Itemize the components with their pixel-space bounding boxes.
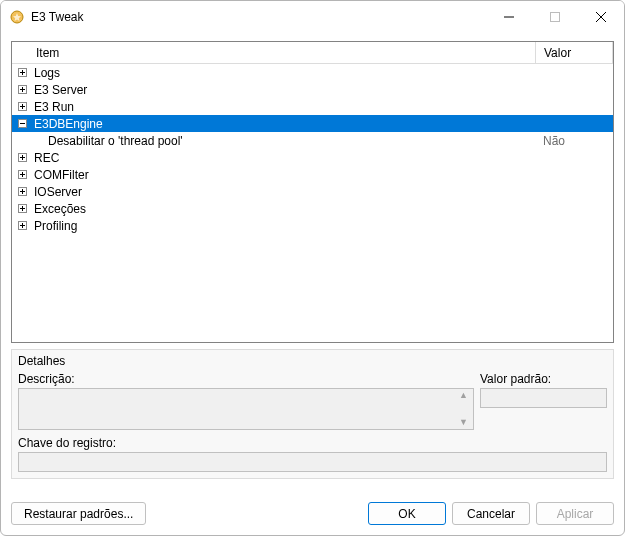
tree-body[interactable]: LogsE3 ServerE3 RunE3DBEngineDesabilitar… bbox=[12, 64, 613, 234]
descricao-field: ▲ ▼ bbox=[18, 388, 474, 430]
expand-icon[interactable] bbox=[18, 85, 32, 94]
tree-value-cell bbox=[535, 200, 613, 217]
valor-padrao-field bbox=[480, 388, 607, 408]
svg-rect-2 bbox=[551, 13, 560, 22]
tree-value-cell bbox=[535, 217, 613, 234]
tree-item-label: Exceções bbox=[34, 202, 86, 216]
content-area: Item Valor LogsE3 ServerE3 RunE3DBEngine… bbox=[1, 33, 624, 479]
aplicar-button[interactable]: Aplicar bbox=[536, 502, 614, 525]
tree-item-cell[interactable]: Logs bbox=[12, 64, 535, 81]
tree-row[interactable]: Exceções bbox=[12, 200, 613, 217]
tree-item-label: COMFilter bbox=[34, 168, 89, 182]
expand-icon[interactable] bbox=[18, 68, 32, 77]
minimize-button[interactable] bbox=[486, 1, 532, 33]
column-header-item[interactable]: Item bbox=[12, 42, 536, 63]
tree-item-cell[interactable]: COMFilter bbox=[12, 166, 535, 183]
tree-row[interactable]: REC bbox=[12, 149, 613, 166]
collapse-icon[interactable] bbox=[18, 119, 32, 128]
tree-item-label: E3DBEngine bbox=[34, 117, 103, 131]
details-section: Detalhes Descrição: ▲ ▼ Valor padrão: Ch… bbox=[11, 349, 614, 479]
tree-item-cell[interactable]: IOServer bbox=[12, 183, 535, 200]
tree-value-cell bbox=[535, 166, 613, 183]
tree-value-cell bbox=[535, 149, 613, 166]
tree-item-label: E3 Server bbox=[34, 83, 87, 97]
scroll-down-icon[interactable]: ▼ bbox=[456, 418, 471, 427]
expand-icon[interactable] bbox=[18, 204, 32, 213]
tree-row[interactable]: COMFilter bbox=[12, 166, 613, 183]
expand-icon[interactable] bbox=[18, 170, 32, 179]
details-title: Detalhes bbox=[18, 354, 607, 368]
tree-item-cell[interactable]: E3DBEngine bbox=[12, 115, 535, 132]
tree-value-cell bbox=[535, 98, 613, 115]
window-controls bbox=[486, 1, 624, 33]
button-bar: Restaurar padrões... OK Cancelar Aplicar bbox=[11, 502, 614, 525]
tree-panel: Item Valor LogsE3 ServerE3 RunE3DBEngine… bbox=[11, 41, 614, 343]
valor-padrao-label: Valor padrão: bbox=[480, 372, 607, 386]
tree-item-cell[interactable]: E3 Run bbox=[12, 98, 535, 115]
tree-row[interactable]: Profiling bbox=[12, 217, 613, 234]
tree-row[interactable]: Desabilitar o 'thread pool'Não bbox=[12, 132, 613, 149]
ok-button[interactable]: OK bbox=[368, 502, 446, 525]
window-title: E3 Tweak bbox=[31, 10, 486, 24]
descricao-label: Descrição: bbox=[18, 372, 474, 386]
tree-item-cell[interactable]: Exceções bbox=[12, 200, 535, 217]
tree-value-cell bbox=[535, 115, 613, 132]
tree-item-label: Logs bbox=[34, 66, 60, 80]
restaurar-padroes-button[interactable]: Restaurar padrões... bbox=[11, 502, 146, 525]
tree-value-cell bbox=[535, 183, 613, 200]
tree-item-cell[interactable]: E3 Server bbox=[12, 81, 535, 98]
tree-row[interactable]: Logs bbox=[12, 64, 613, 81]
column-header-valor[interactable]: Valor bbox=[536, 42, 613, 63]
scroll-up-icon[interactable]: ▲ bbox=[456, 391, 471, 400]
tree-header: Item Valor bbox=[12, 42, 613, 64]
expand-icon[interactable] bbox=[18, 153, 32, 162]
tree-item-cell[interactable]: Desabilitar o 'thread pool' bbox=[12, 132, 535, 149]
tree-item-label: Desabilitar o 'thread pool' bbox=[48, 134, 183, 148]
titlebar: E3 Tweak bbox=[1, 1, 624, 33]
tree-item-label: E3 Run bbox=[34, 100, 74, 114]
tree-row[interactable]: IOServer bbox=[12, 183, 613, 200]
expand-icon[interactable] bbox=[18, 187, 32, 196]
descricao-scrollbar[interactable]: ▲ ▼ bbox=[456, 391, 471, 427]
tree-item-label: Profiling bbox=[34, 219, 77, 233]
tree-value-cell: Não bbox=[535, 132, 613, 149]
tree-item-label: IOServer bbox=[34, 185, 82, 199]
close-button[interactable] bbox=[578, 1, 624, 33]
tree-value-cell bbox=[535, 64, 613, 81]
tree-item-cell[interactable]: REC bbox=[12, 149, 535, 166]
app-icon bbox=[9, 9, 25, 25]
tree-item-cell[interactable]: Profiling bbox=[12, 217, 535, 234]
tree-row[interactable]: E3 Server bbox=[12, 81, 613, 98]
tree-row[interactable]: E3 Run bbox=[12, 98, 613, 115]
expand-icon[interactable] bbox=[18, 102, 32, 111]
chave-registro-label: Chave do registro: bbox=[18, 436, 607, 450]
chave-registro-field bbox=[18, 452, 607, 472]
maximize-button bbox=[532, 1, 578, 33]
tree-item-label: REC bbox=[34, 151, 59, 165]
cancelar-button[interactable]: Cancelar bbox=[452, 502, 530, 525]
tree-row[interactable]: E3DBEngine bbox=[12, 115, 613, 132]
tree-value-cell bbox=[535, 81, 613, 98]
expand-icon[interactable] bbox=[18, 221, 32, 230]
